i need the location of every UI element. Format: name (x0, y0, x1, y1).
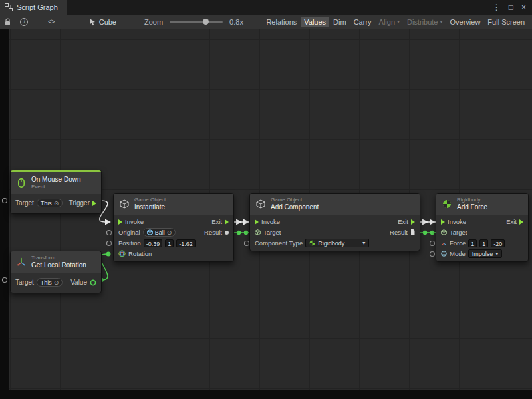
force-y-field[interactable]: 1 (479, 239, 488, 247)
zoom-label: Zoom (144, 18, 163, 26)
result-port-icon[interactable] (410, 229, 415, 235)
close-icon[interactable]: × (521, 3, 526, 12)
graph-canvas[interactable]: On Mouse Down Event Target This ⊙ Trigge… (0, 29, 532, 399)
transform-icon (16, 257, 27, 267)
port-target-input[interactable] (3, 199, 7, 203)
invoke-port-icon[interactable] (441, 219, 445, 225)
node-category: Transform (31, 255, 86, 261)
force-z-field[interactable]: -20 (491, 239, 505, 247)
values-button[interactable]: Values (301, 17, 329, 27)
exit-label: Exit (506, 218, 517, 225)
port-target-input[interactable] (3, 278, 7, 283)
code-icon[interactable]: <> (48, 18, 55, 25)
target-value: This (41, 279, 52, 286)
node-header[interactable]: Rigidbody Add Force (436, 194, 528, 215)
value-label: Value (70, 279, 87, 286)
position-z-field[interactable]: -1.62 (176, 239, 196, 247)
component-type-value: Rigidbody (318, 240, 344, 247)
result-label: Result (204, 229, 222, 236)
position-y-field[interactable]: 1 (165, 239, 174, 247)
rotation-port-icon[interactable] (90, 279, 96, 286)
port-mode-input[interactable] (430, 252, 435, 257)
zoom-slider-handle[interactable] (203, 19, 209, 25)
port-component-type-input[interactable] (245, 241, 249, 246)
graph-icon (5, 3, 13, 11)
exit-port-icon[interactable] (411, 219, 415, 225)
component-type-label: Component Type (255, 239, 303, 247)
align-button[interactable]: Align ▾ (376, 17, 403, 27)
port-result-out[interactable] (423, 231, 427, 235)
info-icon[interactable]: i (20, 18, 28, 26)
port-position-input[interactable] (107, 241, 112, 246)
node-category: Rigidbody (457, 197, 487, 203)
node-title: Instantiate (134, 203, 166, 211)
target-label: Target (263, 229, 281, 236)
port-force-input[interactable] (430, 241, 435, 246)
component-type-dropdown[interactable]: Rigidbody ▾ (305, 239, 369, 247)
chevron-down-icon: ▾ (440, 19, 443, 25)
object-picker-icon[interactable]: ⊙ (167, 229, 172, 236)
target-label: Target (15, 279, 34, 286)
exit-port-icon[interactable] (519, 219, 523, 225)
port-target-in[interactable] (430, 231, 434, 235)
target-object-field[interactable]: This ⊙ (37, 199, 63, 207)
node-header[interactable]: On Mouse Down Event (11, 172, 101, 194)
port-rotation-in[interactable] (106, 252, 111, 257)
port-target-in[interactable] (244, 231, 248, 235)
port-original-input[interactable] (107, 231, 112, 235)
force-x-field[interactable]: 1 (468, 239, 477, 247)
window-tab[interactable]: Script Graph (0, 0, 67, 15)
trigger-port-icon[interactable] (92, 201, 96, 206)
node-on-mouse-down[interactable]: On Mouse Down Event Target This ⊙ Trigge… (10, 170, 102, 214)
node-add-force[interactable]: Rigidbody Add Force Invoke Exit Target (436, 193, 529, 262)
flow-arrow-icon (105, 219, 111, 225)
rigidbody-icon (442, 200, 452, 209)
object-picker-icon[interactable]: ⊙ (54, 279, 59, 286)
invoke-label: Invoke (448, 218, 466, 225)
port-result-out[interactable] (237, 231, 241, 235)
mode-label: Mode (450, 250, 466, 257)
zoom-slider[interactable] (170, 21, 223, 23)
node-instantiate[interactable]: Game Object Instantiate Invoke Exit Orig… (113, 193, 234, 262)
lock-icon[interactable] (4, 18, 11, 26)
rotation-gizmo-icon (118, 250, 126, 257)
mode-value: Impulse (472, 251, 493, 257)
rotation-label: Rotation (128, 250, 152, 257)
dim-button[interactable]: Dim (330, 17, 350, 27)
original-label: Original (118, 229, 140, 236)
enum-icon (441, 251, 447, 257)
target-label: Target (15, 200, 34, 207)
invoke-label: Invoke (125, 218, 144, 225)
original-object-field[interactable]: Ball ⊙ (143, 228, 176, 237)
exit-port-icon[interactable] (225, 219, 229, 225)
target-object-field[interactable]: This ⊙ (37, 278, 63, 287)
object-picker-icon[interactable]: ⊙ (54, 200, 59, 207)
node-get-local-rotation[interactable]: Transform Get Local Rotation Target This… (10, 251, 102, 293)
graph-target[interactable]: Cube (89, 18, 116, 26)
position-x-field[interactable]: -0.39 (144, 239, 163, 247)
trigger-label: Trigger (69, 200, 90, 207)
relations-button[interactable]: Relations (263, 17, 300, 27)
game-object-mini-icon (441, 229, 447, 235)
node-add-component[interactable]: Game Object Add Component Invoke Exit Ta… (249, 193, 420, 251)
mode-dropdown[interactable]: Impulse ▾ (468, 249, 503, 258)
invoke-port-icon[interactable] (118, 219, 122, 225)
distribute-button[interactable]: Distribute ▾ (404, 17, 446, 27)
flow-arrow-icon (422, 219, 428, 225)
node-header[interactable]: Game Object Add Component (250, 194, 420, 215)
result-port-icon[interactable] (225, 231, 229, 235)
node-header[interactable]: Game Object Instantiate (114, 194, 233, 215)
carry-button[interactable]: Carry (350, 17, 375, 27)
node-title: Add Component (271, 203, 319, 211)
invoke-port-icon[interactable] (255, 219, 259, 225)
flow-arrow-icon (243, 219, 249, 225)
script-graph-window: Script Graph ⋮ □ × i <> Cube Zoom 0.8x (0, 0, 532, 399)
menu-icon[interactable]: ⋮ (493, 3, 501, 12)
maximize-icon[interactable]: □ (509, 3, 513, 12)
overview-button[interactable]: Overview (447, 17, 484, 27)
fullscreen-button[interactable]: Full Screen (484, 17, 528, 27)
node-title: Add Force (457, 203, 487, 211)
flow-arrow-icon (430, 219, 436, 225)
node-header[interactable]: Transform Get Local Rotation (11, 251, 101, 273)
force-label: Force (450, 239, 466, 247)
